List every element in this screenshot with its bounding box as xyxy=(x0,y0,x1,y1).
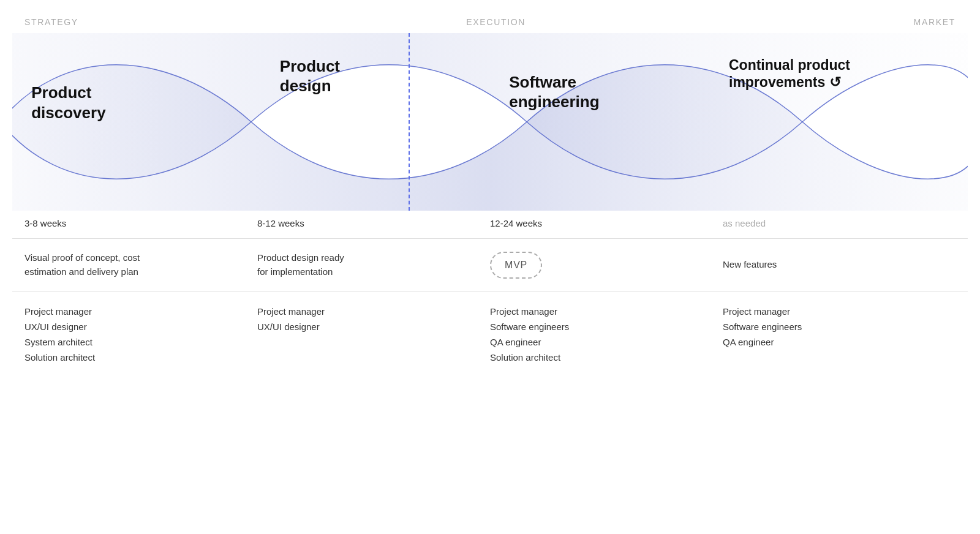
deliverables-row: Visual proof of concept, costestimation … xyxy=(12,239,968,291)
deliverable-2: Product design readyfor implementation xyxy=(257,251,490,279)
team-member: Project manager xyxy=(24,306,257,317)
team-member: System architect xyxy=(24,337,257,347)
duration-1: 3-8 weeks xyxy=(24,218,257,228)
page: STRATEGY EXECUTION MARKET xyxy=(0,0,980,534)
dashed-line xyxy=(409,33,410,211)
team-member: Project manager xyxy=(723,306,956,317)
team-cell-4: Project manager Software engineers QA en… xyxy=(723,306,956,363)
execution-label: EXECUTION xyxy=(466,17,526,27)
team-cell-1: Project manager UX/UI designer System ar… xyxy=(24,306,257,363)
team-member: UX/UI designer xyxy=(257,322,490,332)
deliverable-1: Visual proof of concept, costestimation … xyxy=(24,251,257,279)
header-row: STRATEGY EXECUTION MARKET xyxy=(12,0,968,33)
team-member: UX/UI designer xyxy=(24,322,257,332)
duration-row: 3-8 weeks 8-12 weeks 12-24 weeks as need… xyxy=(12,211,968,239)
team-cell-3: Project manager Software engineers QA en… xyxy=(490,306,723,363)
team-member: Software engineers xyxy=(723,322,956,332)
team-member: QA engineer xyxy=(490,337,723,347)
team-member: Software engineers xyxy=(490,322,723,332)
strategy-label: STRATEGY xyxy=(24,17,78,27)
team-member: Solution architect xyxy=(490,352,723,363)
duration-2: 8-12 weeks xyxy=(257,218,490,228)
duration-4: as needed xyxy=(723,218,956,228)
team-member: QA engineer xyxy=(723,337,956,347)
team-member: Solution architect xyxy=(24,352,257,363)
mvp-badge: MVP xyxy=(490,252,542,279)
team-member: Project manager xyxy=(490,306,723,317)
team-member: Project manager xyxy=(257,306,490,317)
team-row: Project manager UX/UI designer System ar… xyxy=(12,291,968,375)
duration-3: 12-24 weeks xyxy=(490,218,723,228)
wave-section: Productdiscovery Productdesign Softwaree… xyxy=(12,33,968,211)
deliverable-3: MVP xyxy=(490,252,723,279)
team-cell-2: Project manager UX/UI designer xyxy=(257,306,490,363)
market-label: MARKET xyxy=(914,17,956,27)
deliverable-4: New features xyxy=(723,258,956,272)
